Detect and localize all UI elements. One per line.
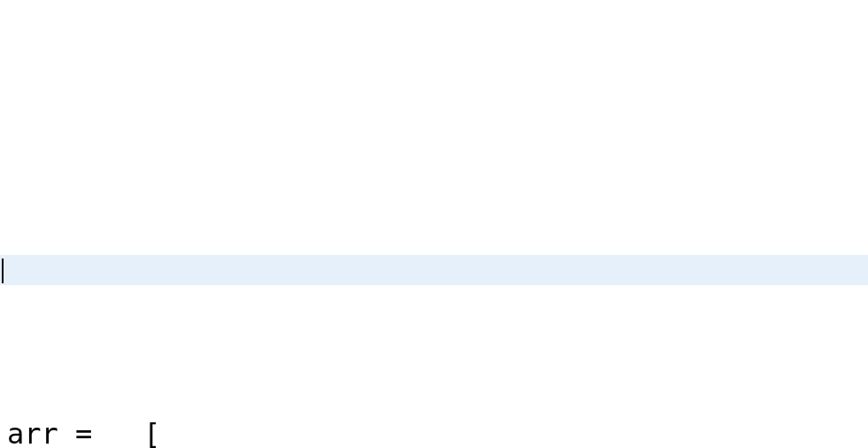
code-output: arr = [ [1 ,2 ,3 ,4 ] , [5 ,6 ,7 ,8 ] , … bbox=[0, 370, 868, 448]
variable-name: arr bbox=[7, 417, 58, 448]
code-editor: arr = [ [1 ,2 ,3 ,4 ] , [5 ,6 ,7 ,8 ] , … bbox=[0, 170, 868, 448]
active-input-cell[interactable] bbox=[0, 255, 868, 285]
text-cursor bbox=[2, 259, 4, 283]
assign-operator: = bbox=[75, 417, 92, 448]
outer-bracket-open: [ bbox=[143, 417, 160, 448]
